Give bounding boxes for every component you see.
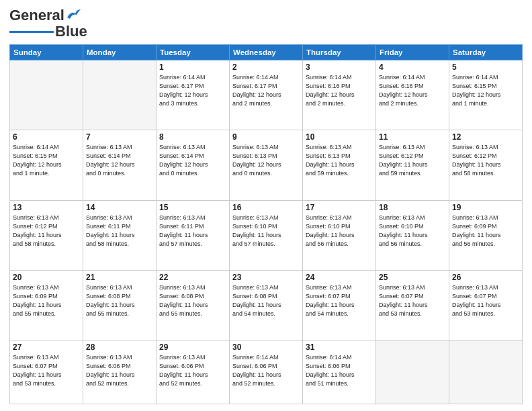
calendar-week-row-0: 1Sunrise: 6:14 AMSunset: 6:17 PMDaylight… [10, 60, 523, 130]
day-number: 20 [13, 273, 80, 282]
calendar-cell [83, 60, 157, 130]
day-info: Sunrise: 6:14 AMSunset: 6:16 PMDaylight:… [379, 73, 446, 108]
day-number: 6 [13, 132, 80, 142]
calendar-cell: 26Sunrise: 6:13 AMSunset: 6:07 PMDayligh… [449, 270, 523, 340]
calendar-cell: 17Sunrise: 6:13 AMSunset: 6:10 PMDayligh… [303, 200, 376, 270]
day-number: 22 [159, 273, 226, 282]
calendar-cell: 7Sunrise: 6:13 AMSunset: 6:14 PMDaylight… [83, 130, 157, 200]
day-number: 27 [13, 342, 80, 352]
calendar-header-tuesday: Tuesday [157, 45, 230, 60]
day-number: 10 [306, 132, 373, 142]
day-info: Sunrise: 6:13 AMSunset: 6:10 PMDaylight:… [306, 214, 373, 248]
day-info: Sunrise: 6:13 AMSunset: 6:12 PMDaylight:… [452, 143, 519, 178]
day-info: Sunrise: 6:13 AMSunset: 6:07 PMDaylight:… [452, 283, 519, 318]
calendar-cell: 21Sunrise: 6:13 AMSunset: 6:08 PMDayligh… [83, 270, 157, 340]
day-number: 18 [379, 203, 446, 212]
day-info: Sunrise: 6:13 AMSunset: 6:11 PMDaylight:… [159, 214, 226, 248]
calendar-header-sunday: Sunday [10, 45, 83, 60]
calendar-header-wednesday: Wednesday [230, 45, 303, 60]
calendar-cell [10, 60, 83, 130]
day-number: 24 [306, 273, 373, 282]
calendar-header-thursday: Thursday [303, 45, 376, 60]
day-number: 23 [232, 273, 300, 282]
day-number: 26 [452, 273, 519, 282]
calendar-cell [376, 340, 449, 404]
day-number: 17 [306, 203, 373, 212]
day-number: 30 [232, 342, 300, 352]
day-info: Sunrise: 6:13 AMSunset: 6:06 PMDaylight:… [86, 353, 153, 388]
calendar-cell: 24Sunrise: 6:13 AMSunset: 6:07 PMDayligh… [303, 270, 376, 340]
day-number: 5 [452, 62, 519, 72]
header: General Blue [9, 7, 523, 40]
day-info: Sunrise: 6:13 AMSunset: 6:08 PMDaylight:… [86, 283, 153, 318]
calendar-header-row: SundayMondayTuesdayWednesdayThursdayFrid… [10, 45, 523, 60]
day-info: Sunrise: 6:13 AMSunset: 6:07 PMDaylight:… [13, 353, 80, 388]
day-number: 21 [86, 273, 153, 282]
day-number: 14 [86, 203, 153, 212]
calendar-table: SundayMondayTuesdayWednesdayThursdayFrid… [9, 44, 523, 404]
day-info: Sunrise: 6:14 AMSunset: 6:06 PMDaylight:… [232, 353, 300, 388]
calendar-cell: 11Sunrise: 6:13 AMSunset: 6:12 PMDayligh… [376, 130, 449, 200]
calendar-cell: 29Sunrise: 6:13 AMSunset: 6:06 PMDayligh… [157, 340, 230, 404]
day-info: Sunrise: 6:14 AMSunset: 6:17 PMDaylight:… [232, 73, 300, 108]
calendar-cell: 30Sunrise: 6:14 AMSunset: 6:06 PMDayligh… [230, 340, 303, 404]
calendar-cell: 14Sunrise: 6:13 AMSunset: 6:11 PMDayligh… [83, 200, 157, 270]
day-number: 13 [13, 203, 80, 212]
day-info: Sunrise: 6:13 AMSunset: 6:07 PMDaylight:… [306, 283, 373, 318]
day-number: 9 [232, 132, 300, 142]
day-info: Sunrise: 6:13 AMSunset: 6:14 PMDaylight:… [86, 143, 153, 178]
logo-underline [9, 31, 54, 33]
day-info: Sunrise: 6:13 AMSunset: 6:12 PMDaylight:… [13, 214, 80, 248]
logo: General Blue [9, 7, 87, 40]
calendar-cell: 8Sunrise: 6:13 AMSunset: 6:14 PMDaylight… [157, 130, 230, 200]
logo-blue: Blue [55, 23, 87, 40]
day-info: Sunrise: 6:13 AMSunset: 6:10 PMDaylight:… [379, 214, 446, 248]
day-number: 4 [379, 62, 446, 72]
calendar-cell: 6Sunrise: 6:14 AMSunset: 6:15 PMDaylight… [10, 130, 83, 200]
calendar-cell: 22Sunrise: 6:13 AMSunset: 6:08 PMDayligh… [157, 270, 230, 340]
calendar-cell: 1Sunrise: 6:14 AMSunset: 6:17 PMDaylight… [157, 60, 230, 130]
day-number: 3 [306, 62, 373, 72]
logo-general: General [9, 7, 64, 24]
calendar-header-saturday: Saturday [449, 45, 523, 60]
day-info: Sunrise: 6:13 AMSunset: 6:13 PMDaylight:… [232, 143, 300, 178]
calendar-cell: 12Sunrise: 6:13 AMSunset: 6:12 PMDayligh… [449, 130, 523, 200]
day-info: Sunrise: 6:14 AMSunset: 6:15 PMDaylight:… [13, 143, 80, 178]
day-info: Sunrise: 6:13 AMSunset: 6:12 PMDaylight:… [379, 143, 446, 178]
day-number: 25 [379, 273, 446, 282]
day-info: Sunrise: 6:13 AMSunset: 6:08 PMDaylight:… [232, 283, 300, 318]
day-number: 2 [232, 62, 300, 72]
day-info: Sunrise: 6:14 AMSunset: 6:16 PMDaylight:… [306, 73, 373, 108]
calendar-cell: 10Sunrise: 6:13 AMSunset: 6:13 PMDayligh… [303, 130, 376, 200]
calendar-cell: 4Sunrise: 6:14 AMSunset: 6:16 PMDaylight… [376, 60, 449, 130]
calendar-week-row-4: 27Sunrise: 6:13 AMSunset: 6:07 PMDayligh… [10, 340, 523, 404]
calendar-header-monday: Monday [83, 45, 157, 60]
day-info: Sunrise: 6:13 AMSunset: 6:13 PMDaylight:… [306, 143, 373, 178]
day-info: Sunrise: 6:13 AMSunset: 6:06 PMDaylight:… [159, 353, 226, 388]
day-number: 28 [86, 342, 153, 352]
day-number: 12 [452, 132, 519, 142]
day-info: Sunrise: 6:14 AMSunset: 6:17 PMDaylight:… [159, 73, 226, 108]
calendar-cell: 23Sunrise: 6:13 AMSunset: 6:08 PMDayligh… [230, 270, 303, 340]
calendar-header-friday: Friday [376, 45, 449, 60]
day-info: Sunrise: 6:13 AMSunset: 6:07 PMDaylight:… [379, 283, 446, 318]
calendar-cell: 2Sunrise: 6:14 AMSunset: 6:17 PMDaylight… [230, 60, 303, 130]
calendar-cell: 18Sunrise: 6:13 AMSunset: 6:10 PMDayligh… [376, 200, 449, 270]
logo-bird-icon [66, 8, 81, 20]
day-number: 1 [159, 62, 226, 72]
day-number: 15 [159, 203, 226, 212]
day-info: Sunrise: 6:14 AMSunset: 6:15 PMDaylight:… [452, 73, 519, 108]
day-info: Sunrise: 6:13 AMSunset: 6:10 PMDaylight:… [232, 214, 300, 248]
page: General Blue SundayMondayTuesdayWednesda… [0, 0, 532, 411]
calendar-cell: 15Sunrise: 6:13 AMSunset: 6:11 PMDayligh… [157, 200, 230, 270]
calendar-cell: 28Sunrise: 6:13 AMSunset: 6:06 PMDayligh… [83, 340, 157, 404]
calendar-cell: 27Sunrise: 6:13 AMSunset: 6:07 PMDayligh… [10, 340, 83, 404]
calendar-week-row-1: 6Sunrise: 6:14 AMSunset: 6:15 PMDaylight… [10, 130, 523, 200]
calendar-cell: 5Sunrise: 6:14 AMSunset: 6:15 PMDaylight… [449, 60, 523, 130]
day-info: Sunrise: 6:13 AMSunset: 6:08 PMDaylight:… [159, 283, 226, 318]
calendar-cell: 31Sunrise: 6:14 AMSunset: 6:06 PMDayligh… [303, 340, 376, 404]
day-number: 8 [159, 132, 226, 142]
calendar-cell: 3Sunrise: 6:14 AMSunset: 6:16 PMDaylight… [303, 60, 376, 130]
day-info: Sunrise: 6:14 AMSunset: 6:06 PMDaylight:… [306, 353, 373, 388]
calendar-week-row-3: 20Sunrise: 6:13 AMSunset: 6:09 PMDayligh… [10, 270, 523, 340]
